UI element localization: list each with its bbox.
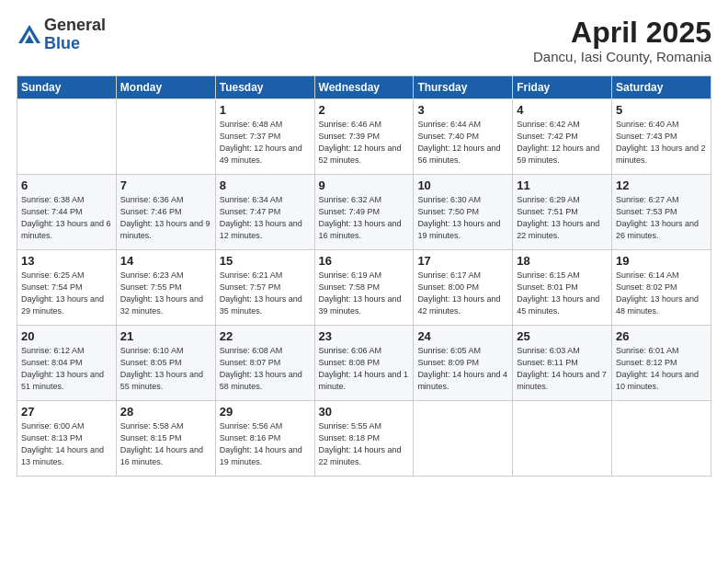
calendar-week-row: 27Sunrise: 6:00 AM Sunset: 8:13 PM Dayli… xyxy=(17,401,711,477)
cell-info: Sunrise: 6:34 AM Sunset: 7:47 PM Dayligh… xyxy=(220,194,311,242)
weekday-header-tuesday: Tuesday xyxy=(215,76,314,99)
calendar-cell: 28Sunrise: 5:58 AM Sunset: 8:15 PM Dayli… xyxy=(116,401,215,477)
day-number: 26 xyxy=(616,329,707,343)
day-number: 8 xyxy=(220,178,311,192)
cell-info: Sunrise: 6:08 AM Sunset: 8:07 PM Dayligh… xyxy=(220,345,311,393)
calendar-week-row: 20Sunrise: 6:12 AM Sunset: 8:04 PM Dayli… xyxy=(17,326,711,401)
day-number: 14 xyxy=(120,254,211,268)
cell-info: Sunrise: 6:01 AM Sunset: 8:12 PM Dayligh… xyxy=(616,345,707,393)
header: General Blue April 2025 Dancu, Iasi Coun… xyxy=(17,17,711,64)
calendar-week-row: 1Sunrise: 6:48 AM Sunset: 7:37 PM Daylig… xyxy=(17,99,711,175)
calendar-cell: 22Sunrise: 6:08 AM Sunset: 8:07 PM Dayli… xyxy=(215,326,314,401)
calendar-cell: 11Sunrise: 6:29 AM Sunset: 7:51 PM Dayli… xyxy=(513,175,612,250)
cell-info: Sunrise: 6:12 AM Sunset: 8:04 PM Dayligh… xyxy=(21,345,112,393)
cell-info: Sunrise: 5:55 AM Sunset: 8:18 PM Dayligh… xyxy=(319,420,410,468)
cell-info: Sunrise: 6:17 AM Sunset: 8:00 PM Dayligh… xyxy=(417,270,508,317)
cell-info: Sunrise: 6:40 AM Sunset: 7:43 PM Dayligh… xyxy=(616,119,707,167)
cell-info: Sunrise: 6:10 AM Sunset: 8:05 PM Dayligh… xyxy=(120,345,211,393)
cell-info: Sunrise: 6:42 AM Sunset: 7:42 PM Dayligh… xyxy=(517,119,608,167)
calendar-page: General Blue April 2025 Dancu, Iasi Coun… xyxy=(0,0,728,563)
weekday-header-row: SundayMondayTuesdayWednesdayThursdayFrid… xyxy=(17,76,711,99)
cell-info: Sunrise: 6:27 AM Sunset: 7:53 PM Dayligh… xyxy=(616,194,707,242)
weekday-header-friday: Friday xyxy=(513,76,612,99)
day-number: 12 xyxy=(616,178,707,192)
weekday-header-thursday: Thursday xyxy=(414,76,513,99)
day-number: 21 xyxy=(120,329,211,343)
day-number: 23 xyxy=(319,329,410,343)
calendar-cell: 14Sunrise: 6:23 AM Sunset: 7:55 PM Dayli… xyxy=(116,250,215,326)
calendar-week-row: 6Sunrise: 6:38 AM Sunset: 7:44 PM Daylig… xyxy=(17,175,711,250)
cell-info: Sunrise: 5:58 AM Sunset: 8:15 PM Dayligh… xyxy=(120,420,211,468)
logo: General Blue xyxy=(17,17,106,53)
title-block: April 2025 Dancu, Iasi County, Romania xyxy=(533,17,711,64)
calendar-cell: 18Sunrise: 6:15 AM Sunset: 8:01 PM Dayli… xyxy=(513,250,612,326)
calendar-cell: 25Sunrise: 6:03 AM Sunset: 8:11 PM Dayli… xyxy=(513,326,612,401)
calendar-cell: 27Sunrise: 6:00 AM Sunset: 8:13 PM Dayli… xyxy=(17,401,117,477)
logo-blue: Blue xyxy=(44,35,106,53)
cell-info: Sunrise: 6:44 AM Sunset: 7:40 PM Dayligh… xyxy=(417,119,508,167)
calendar-cell xyxy=(513,401,612,477)
day-number: 17 xyxy=(417,254,508,268)
logo-icon xyxy=(17,23,42,49)
calendar-cell xyxy=(612,401,711,477)
cell-info: Sunrise: 6:32 AM Sunset: 7:49 PM Dayligh… xyxy=(319,194,410,242)
calendar-cell: 26Sunrise: 6:01 AM Sunset: 8:12 PM Dayli… xyxy=(612,326,711,401)
day-number: 24 xyxy=(417,329,508,343)
calendar-cell: 24Sunrise: 6:05 AM Sunset: 8:09 PM Dayli… xyxy=(414,326,513,401)
calendar-cell: 1Sunrise: 6:48 AM Sunset: 7:37 PM Daylig… xyxy=(215,99,314,175)
cell-info: Sunrise: 6:15 AM Sunset: 8:01 PM Dayligh… xyxy=(517,270,608,317)
calendar-cell xyxy=(17,99,117,175)
calendar-week-row: 13Sunrise: 6:25 AM Sunset: 7:54 PM Dayli… xyxy=(17,250,711,326)
day-number: 28 xyxy=(120,405,211,419)
cell-info: Sunrise: 6:14 AM Sunset: 8:02 PM Dayligh… xyxy=(616,270,707,317)
calendar-cell: 7Sunrise: 6:36 AM Sunset: 7:46 PM Daylig… xyxy=(116,175,215,250)
cell-info: Sunrise: 6:05 AM Sunset: 8:09 PM Dayligh… xyxy=(417,345,508,393)
cell-info: Sunrise: 6:38 AM Sunset: 7:44 PM Dayligh… xyxy=(21,194,112,242)
calendar-cell: 30Sunrise: 5:55 AM Sunset: 8:18 PM Dayli… xyxy=(314,401,414,477)
calendar-cell: 4Sunrise: 6:42 AM Sunset: 7:42 PM Daylig… xyxy=(513,99,612,175)
logo-general: General xyxy=(44,17,106,35)
cell-info: Sunrise: 6:19 AM Sunset: 7:58 PM Dayligh… xyxy=(319,270,410,317)
cell-info: Sunrise: 6:48 AM Sunset: 7:37 PM Dayligh… xyxy=(220,119,311,167)
cell-info: Sunrise: 6:36 AM Sunset: 7:46 PM Dayligh… xyxy=(120,194,211,242)
cell-info: Sunrise: 6:03 AM Sunset: 8:11 PM Dayligh… xyxy=(517,345,608,393)
day-number: 4 xyxy=(517,103,608,117)
calendar-cell xyxy=(414,401,513,477)
calendar-cell: 3Sunrise: 6:44 AM Sunset: 7:40 PM Daylig… xyxy=(414,99,513,175)
cell-info: Sunrise: 6:46 AM Sunset: 7:39 PM Dayligh… xyxy=(319,119,410,167)
day-number: 1 xyxy=(220,103,311,117)
cell-info: Sunrise: 6:29 AM Sunset: 7:51 PM Dayligh… xyxy=(517,194,608,242)
day-number: 6 xyxy=(21,178,112,192)
calendar-cell xyxy=(116,99,215,175)
day-number: 20 xyxy=(21,329,112,343)
day-number: 22 xyxy=(220,329,311,343)
weekday-header-wednesday: Wednesday xyxy=(314,76,414,99)
calendar-cell: 8Sunrise: 6:34 AM Sunset: 7:47 PM Daylig… xyxy=(215,175,314,250)
calendar-title: April 2025 xyxy=(533,17,711,49)
cell-info: Sunrise: 6:30 AM Sunset: 7:50 PM Dayligh… xyxy=(417,194,508,242)
calendar-cell: 2Sunrise: 6:46 AM Sunset: 7:39 PM Daylig… xyxy=(314,99,414,175)
calendar-subtitle: Dancu, Iasi County, Romania xyxy=(533,49,711,64)
weekday-header-sunday: Sunday xyxy=(17,76,117,99)
day-number: 13 xyxy=(21,254,112,268)
day-number: 3 xyxy=(417,103,508,117)
day-number: 25 xyxy=(517,329,608,343)
day-number: 7 xyxy=(120,178,211,192)
calendar-cell: 5Sunrise: 6:40 AM Sunset: 7:43 PM Daylig… xyxy=(612,99,711,175)
day-number: 29 xyxy=(220,405,311,419)
calendar-cell: 23Sunrise: 6:06 AM Sunset: 8:08 PM Dayli… xyxy=(314,326,414,401)
day-number: 11 xyxy=(517,178,608,192)
calendar-cell: 6Sunrise: 6:38 AM Sunset: 7:44 PM Daylig… xyxy=(17,175,117,250)
calendar-cell: 9Sunrise: 6:32 AM Sunset: 7:49 PM Daylig… xyxy=(314,175,414,250)
cell-info: Sunrise: 6:00 AM Sunset: 8:13 PM Dayligh… xyxy=(21,420,112,468)
weekday-header-monday: Monday xyxy=(116,76,215,99)
calendar-cell: 21Sunrise: 6:10 AM Sunset: 8:05 PM Dayli… xyxy=(116,326,215,401)
cell-info: Sunrise: 6:23 AM Sunset: 7:55 PM Dayligh… xyxy=(120,270,211,317)
day-number: 10 xyxy=(417,178,508,192)
day-number: 19 xyxy=(616,254,707,268)
calendar-cell: 13Sunrise: 6:25 AM Sunset: 7:54 PM Dayli… xyxy=(17,250,117,326)
calendar-cell: 19Sunrise: 6:14 AM Sunset: 8:02 PM Dayli… xyxy=(612,250,711,326)
day-number: 9 xyxy=(319,178,410,192)
calendar-cell: 16Sunrise: 6:19 AM Sunset: 7:58 PM Dayli… xyxy=(314,250,414,326)
calendar-cell: 20Sunrise: 6:12 AM Sunset: 8:04 PM Dayli… xyxy=(17,326,117,401)
